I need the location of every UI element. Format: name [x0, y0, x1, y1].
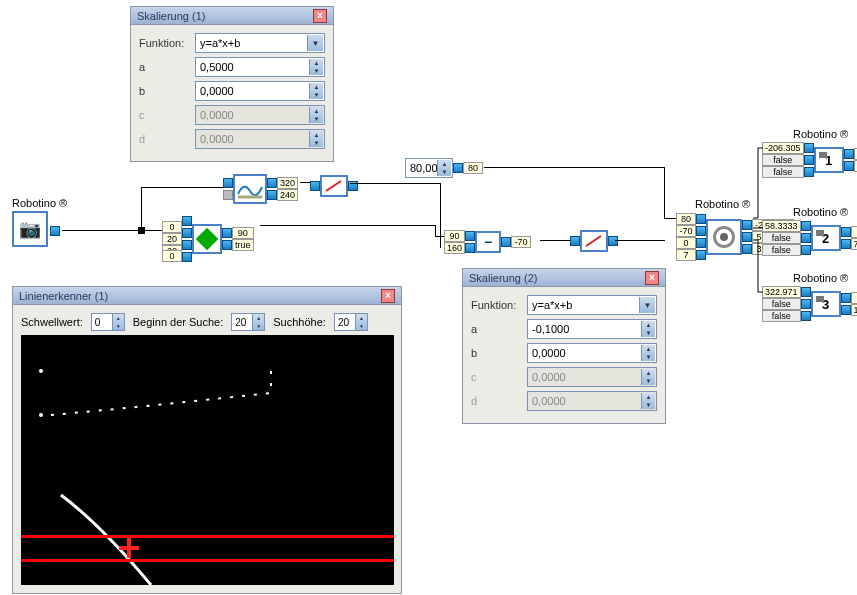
- panel-title-text: Skalierung (1): [137, 10, 205, 22]
- image-out-h: 240: [277, 189, 298, 201]
- gear-icon: [713, 226, 735, 248]
- close-icon[interactable]: ×: [381, 289, 395, 303]
- proc-out-90: 90: [232, 227, 254, 239]
- sub-out: -70: [511, 236, 531, 248]
- scale-icon: [585, 234, 603, 248]
- chevron-down-icon: ▼: [639, 297, 655, 313]
- c-spinner: 0,0000▲▼: [195, 105, 325, 125]
- b-spinner[interactable]: 0,0000▲▼: [195, 81, 325, 101]
- panel-title-text: Skalierung (2): [469, 272, 537, 284]
- beginn-spinner[interactable]: 20▲▼: [231, 313, 265, 331]
- motor-num: 3: [811, 291, 841, 317]
- camera-view: [21, 335, 394, 585]
- a-spinner[interactable]: 0,5000▲▼: [195, 57, 325, 77]
- funktion-select[interactable]: y=a*x+b ▼: [195, 33, 325, 53]
- svg-point-1: [39, 413, 43, 417]
- motor-3-block[interactable]: 322.971 false false 3 0 132441: [762, 286, 857, 322]
- panel-title: Skalierung (2) ×: [463, 269, 665, 287]
- chevron-down-icon: ▼: [307, 35, 323, 51]
- hoehe-spinner[interactable]: 20▲▼: [334, 313, 368, 331]
- search-band-top: [21, 535, 394, 538]
- camera-port-out: [50, 226, 60, 236]
- const-80-out: 80: [463, 162, 483, 174]
- schwellwert-spinner[interactable]: 0▲▼: [91, 313, 125, 331]
- d-spinner: 0,0000▲▼: [527, 391, 657, 411]
- scale1-block[interactable]: [310, 175, 358, 197]
- motor-1-block[interactable]: -206.305 false false 1 0 36992: [762, 142, 857, 178]
- c-spinner: 0,0000▲▼: [527, 367, 657, 387]
- const-80-block[interactable]: 80,00▲▼ 80: [405, 158, 483, 178]
- schwellwert-label: Schwellwert:: [21, 316, 83, 328]
- subtract-block[interactable]: 90 160 − -70: [444, 230, 531, 254]
- robotino-label: Robotino ®: [12, 197, 67, 209]
- detection-cross-icon: [119, 538, 139, 558]
- beginn-label: Beginn der Suche:: [133, 316, 224, 328]
- camera-block[interactable]: [12, 211, 48, 247]
- funktion-label: Funktion:: [471, 299, 521, 311]
- robotino-label: Robotino ®: [695, 198, 750, 210]
- robotino-label: Robotino ®: [793, 206, 848, 218]
- b-label: b: [139, 85, 189, 97]
- wave-icon: [236, 179, 264, 199]
- funktion-label: Funktion:: [139, 37, 189, 49]
- panel-title: Skalierung (1) ×: [131, 7, 333, 25]
- motor-2-block[interactable]: 58.3333 false false 2 0 76234: [762, 220, 857, 256]
- skalierung-2-panel: Skalierung (2) × Funktion: y=a*x+b ▼ a -…: [462, 268, 666, 424]
- image-block[interactable]: 320 240: [223, 174, 298, 204]
- a-spinner[interactable]: -0,1000▲▼: [527, 319, 657, 339]
- b-spinner[interactable]: 0,0000▲▼: [527, 343, 657, 363]
- proc-out-true: true: [232, 239, 254, 251]
- search-band-bottom: [21, 559, 394, 562]
- close-icon[interactable]: ×: [313, 9, 327, 23]
- detected-line: [21, 335, 394, 585]
- robotino-label: Robotino ®: [793, 272, 848, 284]
- diamond-icon: [196, 228, 219, 251]
- hoehe-label: Suchhöhe:: [273, 316, 326, 328]
- image-out-w: 320: [277, 177, 298, 189]
- d-spinner: 0,0000▲▼: [195, 129, 325, 149]
- funktion-value: y=a*x+b: [200, 37, 240, 49]
- svg-point-0: [39, 369, 43, 373]
- panel-title: Linienerkenner (1) ×: [13, 287, 401, 305]
- funktion-select[interactable]: y=a*x+b ▼: [527, 295, 657, 315]
- camera-icon: [19, 218, 41, 240]
- motor-num: 1: [814, 147, 844, 173]
- a-label: a: [139, 61, 189, 73]
- scale2-block[interactable]: [570, 230, 618, 252]
- d-label: d: [139, 133, 189, 145]
- close-icon[interactable]: ×: [645, 271, 659, 285]
- panel-title-text: Linienerkenner (1): [19, 290, 108, 302]
- c-label: c: [139, 109, 189, 121]
- robotino-label: Robotino ®: [793, 128, 848, 140]
- minus-icon: −: [475, 231, 501, 253]
- scale-icon: [325, 179, 343, 193]
- skalierung-1-panel: Skalierung (1) × Funktion: y=a*x+b ▼ a 0…: [130, 6, 334, 162]
- linienerkenner-panel: Linienerkenner (1) × Schwellwert: 0▲▼ Be…: [12, 286, 402, 594]
- motor-num: 2: [811, 225, 841, 251]
